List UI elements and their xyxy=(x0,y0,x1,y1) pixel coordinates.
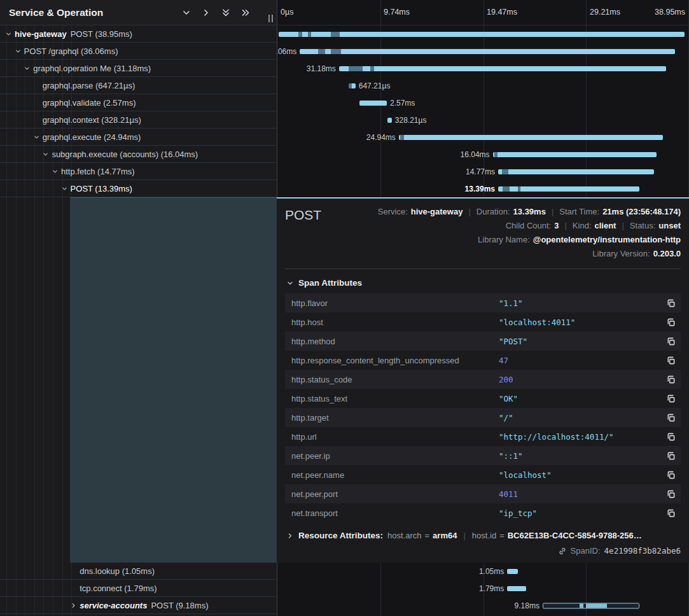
span-timeline-cell[interactable]: 36.06ms xyxy=(277,43,689,60)
span-duration-bar[interactable] xyxy=(349,83,356,88)
span-timeline-cell[interactable]: 1.79ms xyxy=(277,580,689,597)
copy-icon[interactable] xyxy=(660,489,681,499)
span-duration-bar[interactable] xyxy=(339,66,667,71)
span-row[interactable]: POST /graphql (36.06ms)36.06ms xyxy=(0,43,689,60)
span-timeline-cell[interactable]: 16.04ms xyxy=(277,146,689,163)
collapse-chevron-icon[interactable] xyxy=(52,168,61,175)
span-row[interactable]: http.fetch (14.77ms)14.77ms xyxy=(0,163,689,180)
span-timeline-cell[interactable]: 1.05ms xyxy=(277,563,689,580)
double-chevron-right-icon[interactable] xyxy=(240,7,251,18)
span-timeline-cell[interactable]: 13.39ms xyxy=(277,180,689,197)
span-duration-bar[interactable] xyxy=(493,152,657,157)
divider xyxy=(285,269,681,269)
span-row[interactable]: graphql.validate (2.57ms)2.57ms xyxy=(0,94,689,111)
splitter-grip[interactable] xyxy=(268,15,273,22)
span-duration-bar[interactable] xyxy=(507,569,518,574)
span-row[interactable]: hive-gatewayPOST (38.95ms) xyxy=(0,25,689,43)
resource-attributes-toggle[interactable]: Resource Attributes: host.arch=arm64host… xyxy=(286,531,681,540)
collapse-chevron-icon[interactable] xyxy=(15,48,24,55)
span-name-cell[interactable]: dns.lookup (1.05ms) xyxy=(0,563,277,580)
copy-icon[interactable] xyxy=(660,413,681,423)
collapse-chevron-icon[interactable] xyxy=(42,151,52,158)
double-chevron-down-icon[interactable] xyxy=(220,7,232,18)
resource-attribute-key: host.arch xyxy=(387,531,421,540)
chevron-down-icon[interactable] xyxy=(181,7,192,18)
span-name-cell[interactable]: graphql.execute (24.94ms) xyxy=(0,129,277,146)
span-duration-bar[interactable] xyxy=(399,135,663,140)
span-service-name: service-accounts xyxy=(80,601,147,610)
timeline-ruler: 0µs9.74ms19.47ms29.21ms38.95ms xyxy=(277,0,689,25)
copy-icon[interactable] xyxy=(660,375,681,384)
copy-icon[interactable] xyxy=(660,337,681,346)
span-timeline-cell[interactable]: 647.21µs xyxy=(277,77,689,94)
copy-icon[interactable] xyxy=(660,318,681,327)
bar-child-fill xyxy=(580,603,583,608)
collapse-chevron-icon[interactable] xyxy=(61,185,71,192)
bar-duration-label: 1.05ms xyxy=(479,567,507,576)
span-timeline-cell[interactable] xyxy=(277,25,689,43)
span-name-cell[interactable]: http.fetch (14.77ms) xyxy=(0,163,277,180)
span-duration-bar[interactable] xyxy=(359,101,387,106)
span-row[interactable]: graphql.operation Me (31.18ms)31.18ms xyxy=(0,60,689,77)
attribute-row: net.peer.ip"::1" xyxy=(285,446,681,465)
span-duration-bar[interactable] xyxy=(507,586,526,591)
collapse-chevron-icon[interactable] xyxy=(33,134,43,141)
span-timeline-cell[interactable]: 24.94ms xyxy=(277,129,689,146)
span-row[interactable]: tcp.connect (1.79ms)1.79ms xyxy=(0,580,689,597)
copy-icon[interactable] xyxy=(660,470,681,480)
span-name-cell[interactable]: graphql.context (328.21µs) xyxy=(0,111,277,129)
span-row[interactable]: subgraph.execute (accounts) (16.04ms)16.… xyxy=(0,146,689,163)
expand-chevron-icon[interactable] xyxy=(70,602,80,609)
span-duration-bar[interactable] xyxy=(498,169,654,174)
span-timeline-cell[interactable]: 9.18ms xyxy=(277,597,689,614)
span-duration-bar[interactable] xyxy=(543,603,639,608)
span-operation-label: POST (13.39ms) xyxy=(71,184,132,193)
attribute-key: http.method xyxy=(285,337,499,346)
chevron-right-icon[interactable] xyxy=(200,7,212,18)
span-name-cell[interactable]: hive-gatewayPOST (38.95ms) xyxy=(0,25,277,43)
span-row[interactable]: POST (13.39ms)13.39ms xyxy=(0,180,689,197)
span-name-cell[interactable]: POST /graphql (36.06ms) xyxy=(0,43,277,60)
span-name-cell[interactable]: graphql.validate (2.57ms) xyxy=(0,94,277,111)
copy-icon[interactable] xyxy=(660,298,681,308)
attribute-value: "localhost:4011" xyxy=(499,318,660,327)
span-name-cell[interactable]: graphql.operation Me (31.18ms) xyxy=(0,60,277,77)
collapse-chevron-icon[interactable] xyxy=(5,31,15,38)
span-timeline-cell[interactable]: 14.77ms xyxy=(277,163,689,180)
ruler-tick-label: 19.47ms xyxy=(487,8,517,17)
attribute-row: http.flavor"1.1" xyxy=(285,293,681,312)
span-duration-bar[interactable] xyxy=(279,32,685,37)
span-name-cell[interactable]: graphql.parse (647.21µs) xyxy=(0,77,277,94)
span-rows-top: hive-gatewayPOST (38.95ms)POST /graphql … xyxy=(0,25,689,197)
span-timeline-cell[interactable]: 31.18ms xyxy=(277,60,689,77)
span-row[interactable]: graphql.execute (24.94ms)24.94ms xyxy=(0,129,689,146)
header-icon-group xyxy=(181,7,251,18)
collapse-chevron-icon[interactable] xyxy=(24,65,33,72)
span-name-cell[interactable]: POST (13.39ms) xyxy=(0,180,277,197)
copy-icon[interactable] xyxy=(660,451,681,461)
meta-item: Library Version:0.203.0 xyxy=(592,247,681,261)
span-row[interactable]: graphql.parse (647.21µs)647.21µs xyxy=(0,77,689,94)
copy-icon[interactable] xyxy=(660,356,681,365)
ruler-tick-label: 29.21ms xyxy=(590,8,620,17)
copy-icon[interactable] xyxy=(660,508,681,518)
bar-duration-label: 24.94ms xyxy=(366,133,399,142)
span-name-cell[interactable]: service-accountsPOST (9.18ms) xyxy=(0,597,277,614)
meta-value: 3 xyxy=(554,219,559,233)
span-attributes-label: Span Attributes xyxy=(298,278,362,288)
meta-value: hive-gateway xyxy=(411,205,463,219)
span-name-cell[interactable]: subgraph.execute (accounts) (16.04ms) xyxy=(0,146,277,163)
span-row[interactable]: dns.lookup (1.05ms)1.05ms xyxy=(0,563,689,580)
span-timeline-cell[interactable]: 2.57ms xyxy=(277,94,689,111)
span-row[interactable]: service-accountsPOST (9.18ms)9.18ms xyxy=(0,597,689,614)
copy-icon[interactable] xyxy=(660,432,681,442)
span-attributes-toggle[interactable]: Span Attributes xyxy=(286,278,681,288)
span-row[interactable]: graphql.context (328.21µs)328.21µs xyxy=(0,111,689,129)
span-duration-bar[interactable] xyxy=(498,186,639,192)
copy-icon[interactable] xyxy=(660,394,681,403)
span-id-line: SpanID: 4e21998f3b82abe6 xyxy=(285,546,681,556)
span-duration-bar[interactable] xyxy=(300,49,675,54)
span-name-cell[interactable]: tcp.connect (1.79ms) xyxy=(0,580,277,597)
span-timeline-cell[interactable]: 328.21µs xyxy=(277,111,689,129)
span-duration-bar[interactable] xyxy=(387,118,391,123)
